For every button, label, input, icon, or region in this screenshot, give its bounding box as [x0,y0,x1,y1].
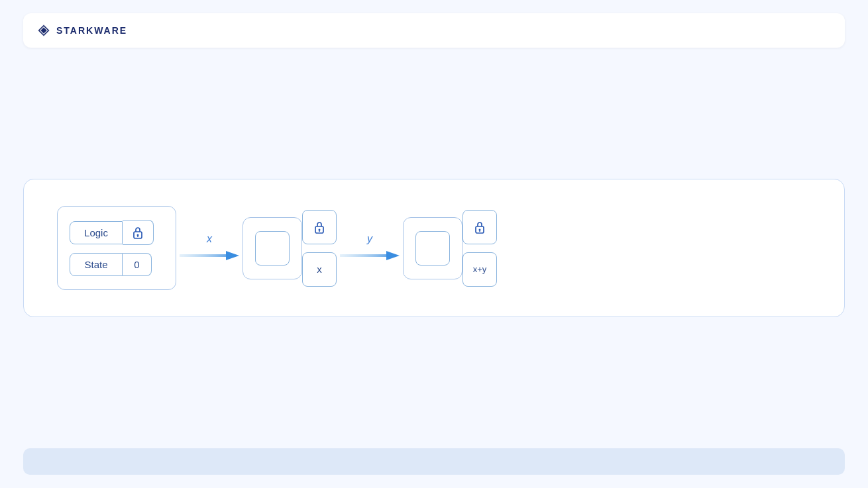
mid1-right-lock [302,210,337,244]
mid2-right-lock [462,210,497,244]
arrow-1-svg [180,248,239,264]
arrow-2-container: y [337,233,403,264]
arrow-2-label: y [367,233,372,245]
state-value: 0 [123,253,152,276]
block-mid-2-right: x+y [462,210,497,287]
mid1-x-value: x [302,252,337,287]
arrow-1-container: x [176,233,243,264]
diagram-inner: Logic State 0 x [57,206,497,290]
mid2-xy-value: x+y [462,252,497,287]
block-mid-1 [243,217,302,279]
footer-bar [23,448,845,475]
svg-marker-7 [226,251,239,260]
diagram-container: Logic State 0 x [23,179,845,317]
header-bar: STARKWARE [23,13,845,48]
logo-icon [36,23,51,38]
main-content: Logic State 0 x [0,48,868,448]
logo: STARKWARE [36,23,127,38]
logic-row: Logic [70,220,164,245]
mid1-empty-box [255,231,290,266]
svg-marker-12 [386,251,400,260]
state-row: State 0 [70,253,164,276]
lock-svg-3 [474,220,486,234]
mid2-empty-box [415,231,450,266]
arrow-2-svg [340,248,400,264]
lock-svg-2 [313,220,325,234]
block-mid-2 [403,217,462,279]
logo-text: STARKWARE [56,25,127,36]
logic-label: Logic [70,221,123,244]
lock-svg-1 [132,226,144,239]
block-mid-1-right: x [302,210,337,287]
arrow-1-label: x [207,233,212,245]
block-first: Logic State 0 [57,206,176,290]
logic-lock-icon [123,220,154,245]
state-label: State [70,253,123,276]
